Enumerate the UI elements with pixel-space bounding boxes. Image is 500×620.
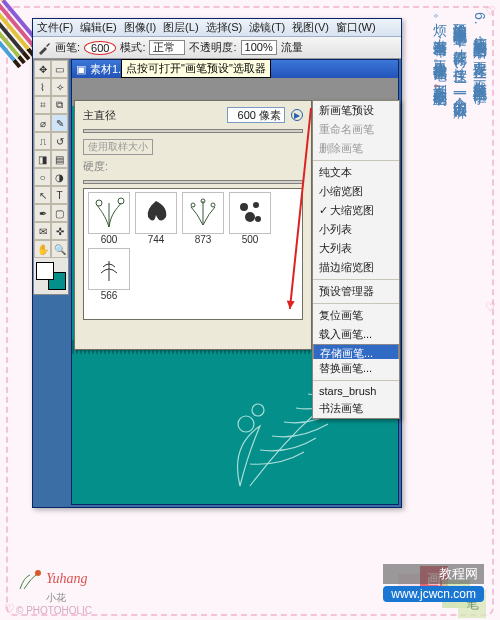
menu-delete-brush: 删除画笔 — [313, 139, 399, 158]
svg-point-2 — [96, 200, 102, 206]
svg-point-0 — [238, 416, 254, 432]
hand-tool[interactable]: ✋ — [34, 240, 51, 258]
menu-image[interactable]: 图像(I) — [124, 20, 156, 35]
crop-tool[interactable]: ⌗ — [34, 96, 51, 114]
menu-text-only[interactable]: 纯文本 — [313, 163, 399, 182]
brush-label: 画笔: — [55, 40, 80, 55]
slice-tool[interactable]: ⧉ — [51, 96, 68, 114]
eyedropper-tool[interactable]: ✜ — [51, 222, 68, 240]
menu-layer[interactable]: 图层(L) — [163, 20, 198, 35]
watermark: 教程网 www.jcwcn.com — [383, 564, 484, 602]
brush-tool[interactable]: ✎ — [51, 114, 68, 132]
svg-point-10 — [255, 216, 261, 222]
brush-preset[interactable]: 500 — [228, 192, 272, 245]
blur-tool[interactable]: ○ — [34, 168, 51, 186]
brush-grid[interactable]: 600 744 873 500 566 — [83, 188, 303, 320]
diameter-slider[interactable] — [83, 129, 303, 133]
mode-label: 模式: — [120, 40, 145, 55]
toolbox[interactable]: ✥▭ ⌇✧ ⌗⧉ ⌀✎ ⎍↺ ◨▤ ○◑ ↖T ✒▢ ✉✜ ✋🔍 — [33, 59, 69, 295]
svg-point-1 — [252, 404, 264, 416]
tutorial-step-text: 6.笔刷添加或删除后，一定要保存，不然一复位画笔就白忙乎了。 预设管理器中除非都… — [412, 12, 490, 532]
hardness-slider[interactable] — [83, 180, 303, 184]
brush-preset[interactable]: 744 — [134, 192, 178, 245]
menu-filter[interactable]: 滤镜(T) — [249, 20, 285, 35]
menu-stars-brush[interactable]: stars_brush — [313, 383, 399, 399]
menu-file[interactable]: 文件(F) — [37, 20, 73, 35]
path-tool[interactable]: ↖ — [34, 186, 51, 204]
photoholic-credit: © PHOTOHOLIC — [16, 605, 92, 616]
svg-point-7 — [240, 203, 248, 211]
svg-point-9 — [245, 212, 255, 222]
svg-point-6 — [211, 203, 215, 207]
mode-select[interactable]: 正常 — [149, 40, 185, 55]
heal-tool[interactable]: ⌀ — [34, 114, 51, 132]
dodge-tool[interactable]: ◑ — [51, 168, 68, 186]
shape-tool[interactable]: ▢ — [51, 204, 68, 222]
menu-window[interactable]: 窗口(W) — [336, 20, 376, 35]
menu-reset-brushes[interactable]: 复位画笔 — [313, 306, 399, 325]
menu-edit[interactable]: 编辑(E) — [80, 20, 117, 35]
file-icon: ▣ — [76, 63, 86, 76]
wand-tool[interactable]: ✧ — [51, 78, 68, 96]
menu-calligraphy-brush[interactable]: 书法画笔 — [313, 399, 399, 418]
type-tool[interactable]: T — [51, 186, 68, 204]
use-sample-size-button: 使用取样大小 — [83, 139, 153, 155]
opacity-input[interactable]: 100% — [241, 40, 277, 55]
menu-replace-brushes[interactable]: 替换画笔... — [313, 359, 399, 378]
brush-preset-picker[interactable]: 600 — [84, 41, 116, 55]
brush-preset[interactable]: 600 — [87, 192, 131, 245]
diameter-input[interactable]: 600 像素 — [227, 107, 285, 123]
lasso-tool[interactable]: ⌇ — [34, 78, 51, 96]
menu-select[interactable]: 选择(S) — [206, 20, 243, 35]
menu-preset-manager[interactable]: 预设管理器 — [313, 282, 399, 301]
flyout-menu-icon[interactable]: ▶ — [291, 109, 303, 121]
svg-point-11 — [35, 570, 41, 576]
color-swatch[interactable] — [34, 260, 68, 292]
history-brush-tool[interactable]: ↺ — [51, 132, 68, 150]
brush-preset[interactable]: 873 — [181, 192, 225, 245]
menu-new-preset[interactable]: 新画笔预设 — [313, 101, 399, 120]
marquee-tool[interactable]: ▭ — [51, 60, 68, 78]
pen-tool[interactable]: ✒ — [34, 204, 51, 222]
signature: Yuhang — [16, 567, 92, 591]
brush-flyout-menu[interactable]: 新画笔预设 重命名画笔 删除画笔 纯文本 小缩览图 大缩览图 小列表 大列表 描… — [312, 100, 400, 419]
eraser-tool[interactable]: ◨ — [34, 150, 51, 168]
hardness-label: 硬度: — [75, 157, 311, 176]
menu-large-thumb[interactable]: 大缩览图 — [313, 201, 399, 220]
opacity-label: 不透明度: — [189, 40, 236, 55]
menu-small-thumb[interactable]: 小缩览图 — [313, 182, 399, 201]
gradient-tool[interactable]: ▤ — [51, 150, 68, 168]
brush-preset[interactable]: 566 — [87, 248, 131, 301]
menu-stroke-thumb[interactable]: 描边缩览图 — [313, 258, 399, 277]
options-bar: 画笔: 600 模式: 正常 不透明度: 100% 流量 — [33, 37, 401, 59]
svg-point-8 — [253, 202, 259, 208]
menu-small-list[interactable]: 小列表 — [313, 220, 399, 239]
svg-point-5 — [191, 203, 195, 207]
brush-tool-icon — [37, 41, 51, 55]
flow-label: 流量 — [281, 40, 303, 55]
menu-save-brushes[interactable]: 存储画笔... — [313, 344, 399, 359]
menu-load-brushes[interactable]: 载入画笔... — [313, 325, 399, 344]
move-tool[interactable]: ✥ — [34, 60, 51, 78]
menu-rename-brush: 重命名画笔 — [313, 120, 399, 139]
tooltip: 点按可打开"画笔预设"选取器 — [121, 59, 271, 78]
menu-view[interactable]: 视图(V) — [292, 20, 329, 35]
notes-tool[interactable]: ✉ — [34, 222, 51, 240]
zoom-tool[interactable]: 🔍 — [51, 240, 68, 258]
diameter-label: 主直径 — [83, 108, 116, 123]
menu-bar[interactable]: 文件(F) 编辑(E) 图像(I) 图层(L) 选择(S) 滤镜(T) 视图(V… — [33, 19, 401, 37]
stamp-tool[interactable]: ⎍ — [34, 132, 51, 150]
brush-preset-panel[interactable]: 主直径 600 像素 ▶ 使用取样大小 硬度: 600 744 873 500 … — [74, 100, 312, 350]
menu-large-list[interactable]: 大列表 — [313, 239, 399, 258]
